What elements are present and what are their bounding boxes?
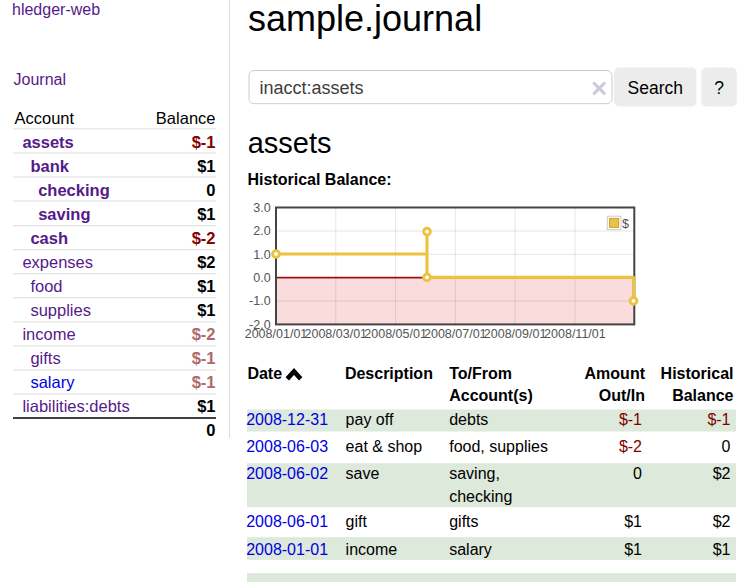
svg-text:$: $ [622, 217, 629, 231]
svg-text:2008/01/01: 2008/01/01 [245, 327, 308, 341]
svg-text:Balance: Balance [156, 109, 216, 127]
svg-text:eat & shop: eat & shop [346, 438, 423, 455]
svg-text:$2: $2 [713, 465, 731, 482]
svg-text:2008-01-01: 2008-01-01 [246, 541, 328, 558]
svg-text:2.0: 2.0 [253, 224, 270, 238]
svg-text:2008/09/01: 2008/09/01 [484, 327, 547, 341]
svg-text:checking: checking [449, 488, 512, 505]
svg-text:cash: cash [30, 229, 68, 247]
svg-text:income: income [346, 541, 398, 558]
svg-text:food: food [30, 277, 62, 295]
svg-text:gifts: gifts [449, 513, 478, 530]
svg-text:To/From: To/From [449, 365, 512, 382]
svg-text:$1: $1 [197, 157, 215, 175]
svg-text:Journal: Journal [14, 71, 66, 88]
svg-text:$1: $1 [197, 397, 215, 415]
svg-text:2008-06-03: 2008-06-03 [246, 438, 328, 455]
svg-text:inacct:assets: inacct:assets [260, 78, 364, 98]
svg-text:$-2: $-2 [192, 325, 216, 343]
svg-text:salary: salary [449, 541, 492, 558]
svg-text:Description: Description [345, 365, 433, 382]
svg-text:supplies: supplies [30, 301, 91, 319]
svg-text:2008-06-01: 2008-06-01 [246, 513, 328, 530]
svg-text:2008/05/01: 2008/05/01 [364, 327, 427, 341]
svg-text:checking: checking [38, 181, 110, 199]
svg-text:$1: $1 [624, 513, 642, 530]
svg-text:$-1: $-1 [192, 373, 216, 391]
svg-text:save: save [346, 465, 380, 482]
svg-text:bank: bank [30, 157, 69, 175]
svg-text:2008-06-02: 2008-06-02 [246, 465, 328, 482]
svg-text:Account(s): Account(s) [449, 387, 533, 404]
svg-text:$-1: $-1 [192, 133, 216, 151]
svg-text:$-1: $-1 [619, 411, 642, 428]
svg-text:$-2: $-2 [619, 438, 642, 455]
svg-text:$2: $2 [197, 253, 215, 271]
svg-text:$2: $2 [713, 513, 731, 530]
svg-text:Date: Date [247, 365, 282, 382]
svg-text:$-2: $-2 [192, 229, 216, 247]
svg-text:$1: $1 [713, 541, 731, 558]
svg-text:Historical Balance:: Historical Balance: [248, 171, 392, 188]
svg-text:Account: Account [15, 109, 75, 127]
svg-text:income: income [22, 325, 75, 343]
svg-text:assets: assets [22, 133, 73, 151]
svg-text:$-1: $-1 [192, 349, 216, 367]
svg-text:2008/03/01: 2008/03/01 [305, 327, 368, 341]
svg-text:assets: assets [248, 127, 332, 159]
svg-text:debts: debts [449, 411, 488, 428]
svg-text:?: ? [714, 78, 724, 98]
svg-text:$-1: $-1 [707, 411, 730, 428]
svg-text:-1.0: -1.0 [249, 294, 271, 308]
svg-text:0: 0 [633, 465, 642, 482]
svg-text:salary: salary [30, 373, 75, 391]
svg-text:hledger-web: hledger-web [12, 1, 100, 18]
svg-text:Balance: Balance [672, 387, 733, 404]
svg-text:gift: gift [346, 513, 368, 530]
svg-text:3.0: 3.0 [253, 201, 270, 215]
svg-text:2008/11/01: 2008/11/01 [544, 327, 606, 341]
svg-text:food, supplies: food, supplies [449, 438, 548, 455]
svg-text:2008/07/01: 2008/07/01 [424, 327, 487, 341]
svg-text:sample.journal: sample.journal [248, 0, 482, 39]
svg-text:expenses: expenses [22, 253, 93, 271]
svg-text:0: 0 [206, 421, 215, 439]
svg-text:Out/In: Out/In [599, 387, 645, 404]
svg-text:gifts: gifts [30, 349, 60, 367]
svg-text:$1: $1 [624, 541, 642, 558]
svg-text:2008-12-31: 2008-12-31 [246, 411, 328, 428]
svg-text:0: 0 [722, 438, 731, 455]
svg-text:Amount: Amount [585, 365, 646, 382]
svg-text:Historical: Historical [661, 365, 734, 382]
svg-text:Search: Search [628, 78, 683, 98]
svg-text:0: 0 [206, 181, 215, 199]
svg-text:$1: $1 [197, 205, 215, 223]
svg-text:0.0: 0.0 [253, 271, 270, 285]
svg-text:liabilities:debts: liabilities:debts [22, 397, 129, 415]
svg-text:saving,: saving, [449, 465, 500, 482]
svg-text:$1: $1 [197, 301, 215, 319]
svg-text:1.0: 1.0 [253, 248, 270, 262]
svg-text:$1: $1 [197, 277, 215, 295]
svg-text:pay off: pay off [346, 411, 394, 428]
svg-text:saving: saving [38, 205, 90, 223]
